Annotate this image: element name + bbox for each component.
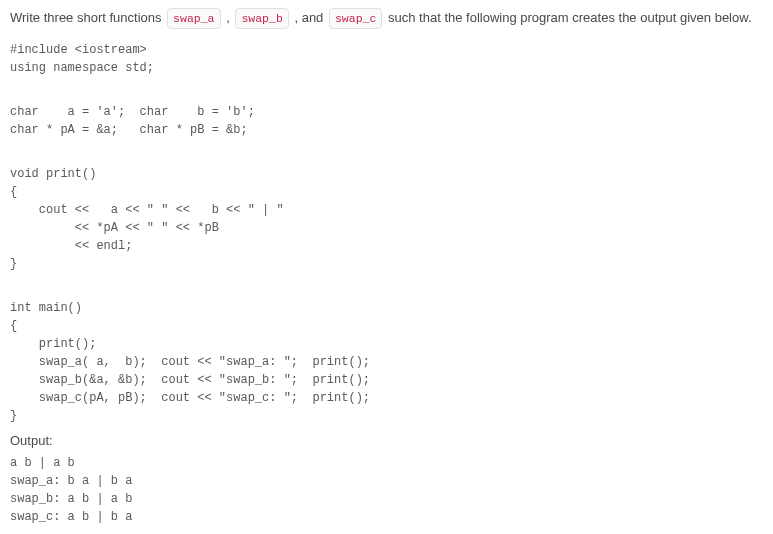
code-blank2 — [10, 143, 763, 161]
badge-swap-a: swap_a — [167, 8, 220, 29]
intro-sep1: , — [226, 10, 233, 25]
intro-sep2: , and — [294, 10, 327, 25]
code-includes: #include <iostream> using namespace std; — [10, 41, 763, 77]
output-label: Output: — [10, 433, 763, 448]
intro-prefix: Write three short functions — [10, 10, 165, 25]
code-mainfn: int main() { print(); swap_a( a, b); cou… — [10, 299, 763, 425]
problem-statement: Write three short functions swap_a , swa… — [10, 8, 763, 29]
output-block: a b | a b swap_a: b a | b a swap_b: a b … — [10, 454, 763, 526]
badge-swap-c: swap_c — [329, 8, 382, 29]
code-decls: char a = 'a'; char b = 'b'; char * pA = … — [10, 103, 763, 139]
code-printfn: void print() { cout << a << " " << b << … — [10, 165, 763, 273]
code-blank1 — [10, 81, 763, 99]
code-blank3 — [10, 277, 763, 295]
badge-swap-b: swap_b — [235, 8, 288, 29]
intro-suffix: such that the following program creates … — [388, 10, 752, 25]
